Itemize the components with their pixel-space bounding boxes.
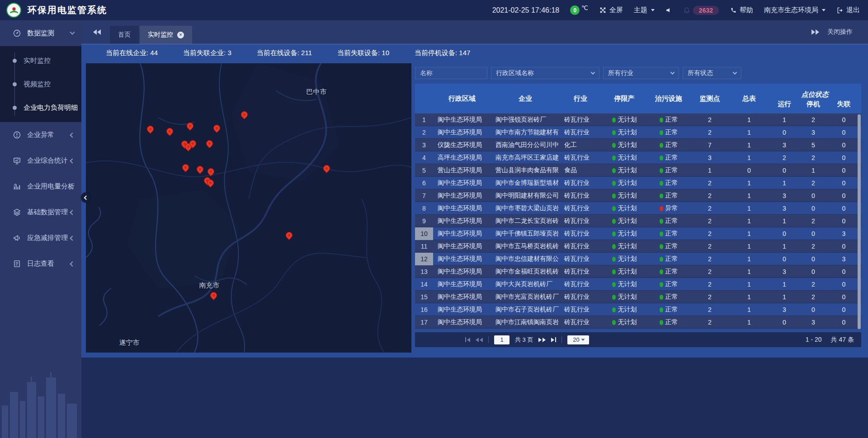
help-button[interactable]: 帮助 [730, 6, 753, 14]
sidebar-item-2[interactable]: 企业综合统计 [0, 148, 81, 174]
cell-index: 3 [415, 139, 433, 151]
record-total-label: 共 47 条 [831, 336, 854, 344]
cell-facility-status: 正常 [647, 230, 690, 238]
table-scrollbar[interactable] [858, 114, 861, 329]
tab-close-icon[interactable]: ✕ [177, 32, 184, 38]
phone-icon [730, 7, 737, 14]
table-row-15[interactable]: 15 阆中生态环境局 阆中市光富页岩机砖厂 砖瓦行业 无计划 正常 2 1 1 … [415, 291, 861, 303]
cell-run: 3 [769, 306, 800, 313]
table-row-14[interactable]: 14 阆中生态环境局 阆中大兴页岩机砖厂 砖瓦行业 无计划 正常 2 1 1 2… [415, 278, 861, 291]
sidebar-item-3[interactable]: 企业用电量分析 [0, 174, 81, 199]
table-row-1[interactable]: 1 阆中生态环境局 阆中强锐页岩砖厂 砖瓦行业 无计划 正常 2 1 1 2 0 [415, 113, 861, 126]
table-header: 行政区域 企业 行业 停限产 治污设施 监测点 总表 点位状态 运行 停机 失联 [415, 84, 861, 113]
cell-lost: 3 [826, 230, 861, 237]
region-select[interactable]: 行政区域名称 [491, 67, 599, 79]
tabs-scroll-left-button[interactable] [93, 29, 101, 35]
cell-index: 13 [415, 265, 433, 278]
mute-button[interactable] [665, 7, 672, 14]
page-number-input[interactable]: 1 [494, 335, 509, 344]
map-panel: 巴中市南充市遂宁市 [86, 63, 411, 353]
cell-index: 16 [415, 303, 433, 316]
sidebar-subitem-2[interactable]: 企业电力负荷明细 [0, 96, 81, 119]
prev-page-button[interactable] [476, 338, 483, 342]
cell-facility-status: 异常 [647, 204, 690, 212]
table-row-2[interactable]: 2 阆中生态环境局 阆中市南方节能建材有 砖瓦行业 无计划 正常 2 1 0 3… [415, 126, 861, 139]
fullscreen-button[interactable]: 全屏 [599, 6, 623, 14]
table-row-8[interactable]: 8 阆中生态环境局 阆中市枣碧大梁山页岩 砖瓦行业 无计划 异常 2 1 3 0… [415, 202, 861, 215]
status-dot-icon [660, 143, 663, 148]
tab-label: 首页 [118, 31, 131, 39]
industry-select[interactable]: 所有行业 [603, 67, 679, 79]
name-search-input[interactable]: 名称 [415, 67, 487, 79]
status-dot-icon [660, 269, 663, 274]
cell-industry: 砖瓦行业 [560, 217, 601, 225]
status-select[interactable]: 所有状态 [683, 67, 741, 79]
table-row-4[interactable]: 4 高坪生态环境局 南充市高坪区王家店建 砖瓦行业 无计划 正常 3 1 2 2… [415, 151, 861, 164]
table-row-13[interactable]: 13 阆中生态环境局 阆中市金福旺页岩机砖 砖瓦行业 无计划 正常 2 1 3 … [415, 265, 861, 278]
app-title: 环保用电监管系统 [28, 4, 107, 16]
cell-monitor: 2 [690, 268, 730, 275]
close-operations-button[interactable]: 关闭操作 [827, 28, 853, 36]
table-row-16[interactable]: 16 阆中生态环境局 阆中市石子页岩机砖厂 砖瓦行业 无计划 正常 2 1 3 … [415, 303, 861, 316]
status-dot-icon [612, 143, 616, 148]
cell-limit-status: 无计划 [601, 141, 647, 149]
tab-1[interactable]: 实时监控 ✕ [140, 26, 192, 44]
sidebar-item-4[interactable]: 基础数据管理 [0, 199, 81, 225]
status-dot-icon [660, 130, 663, 135]
cell-monitor: 2 [690, 179, 730, 187]
table-row-9[interactable]: 9 阆中生态环境局 阆中市二龙长宝页岩砖 砖瓦行业 无计划 正常 2 1 1 2… [415, 215, 861, 227]
table-row-7[interactable]: 7 阆中生态环境局 阆中明阳建材有限公司 砖瓦行业 无计划 正常 2 1 3 0… [415, 189, 861, 202]
table-row-12[interactable]: 12 阆中生态环境局 阆中市忠信建材有限公 砖瓦行业 无计划 正常 2 1 0 … [415, 253, 861, 265]
table-row-5[interactable]: 5 营山生态环境局 营山县润丰肉食品有限 食品 无计划 正常 1 0 0 1 0 [415, 164, 861, 177]
table-row-17[interactable]: 17 阆中生态环境局 阆中市江南镇阆南页岩 砖瓦行业 无计划 正常 2 1 0 … [415, 316, 861, 329]
tab-0[interactable]: 首页 [110, 26, 139, 44]
status-dot-icon [660, 155, 663, 160]
sidebar-item-0[interactable]: 数据监测 [0, 20, 81, 46]
stat-1: 当前失联企业: 3 [183, 49, 231, 57]
stat-3: 当前失联设备: 10 [337, 49, 389, 57]
table-row-10[interactable]: 10 阆中生态环境局 阆中千佛镇五郎垭页岩 砖瓦行业 无计划 正常 2 1 0 … [415, 227, 861, 240]
table-row-6[interactable]: 6 阆中生态环境局 阆中市金博瑞新型墙材 砖瓦行业 无计划 正常 2 1 1 2… [415, 177, 861, 189]
cell-region: 阆中生态环境局 [433, 179, 491, 187]
first-page-button[interactable] [465, 337, 470, 342]
notifications[interactable]: 2632 [683, 6, 719, 15]
status-dot-icon [612, 130, 616, 135]
logout-button[interactable]: 退出 [836, 6, 860, 14]
cell-stop: 1 [800, 167, 826, 174]
org-menu[interactable]: 南充市生态环境局 [764, 6, 826, 14]
cell-region: 阆中生态环境局 [433, 293, 491, 301]
sidebar-item-5[interactable]: 应急减排管理 [0, 225, 81, 251]
table-row-18[interactable]: 18 南部生态环境局 南部县页岩机砖厂 砖瓦行业 无计划 正常 2 1 0 3 … [415, 329, 861, 331]
cell-lost: 0 [826, 141, 861, 149]
sidebar-subitem-0[interactable]: 实时监控 [0, 49, 81, 72]
sidebar-item-6[interactable]: 日志查看 [0, 251, 81, 277]
sidebar-collapse-button[interactable] [81, 193, 90, 203]
last-page-button[interactable] [551, 337, 556, 342]
cell-industry: 砖瓦行业 [560, 204, 601, 212]
table-row-3[interactable]: 3 仪陇生态环境局 西南油气田分公司川中 化工 无计划 正常 7 1 3 5 0 [415, 139, 861, 151]
chevron-icon [70, 210, 75, 215]
pager-separator [561, 336, 562, 343]
cell-company: 阆中市江南镇阆南页岩 [491, 318, 560, 326]
sidebar-item-1[interactable]: 企业异常 [0, 122, 81, 148]
sidebar-subitem-1[interactable]: 视频监控 [0, 72, 81, 96]
page-size-select[interactable]: 20 [567, 335, 589, 344]
chevron-down-icon [822, 9, 826, 11]
table-row-11[interactable]: 11 阆中生态环境局 阆中市五马桥页岩机砖 砖瓦行业 无计划 正常 2 1 1 … [415, 240, 861, 253]
cell-industry: 化工 [560, 141, 601, 149]
next-page-button[interactable] [538, 338, 546, 342]
cell-index: 14 [415, 278, 433, 291]
status-dot-icon [612, 155, 616, 160]
cell-company: 营山县润丰肉食品有限 [491, 166, 560, 174]
cell-facility-status: 正常 [647, 217, 690, 225]
tabs-scroll-right-button[interactable] [811, 29, 819, 35]
cell-region: 阆中生态环境局 [433, 192, 491, 200]
chevron-icon [70, 261, 75, 266]
cell-company: 阆中明阳建材有限公司 [491, 192, 560, 200]
cell-meter: 1 [730, 243, 769, 250]
cell-index: 18 [415, 329, 433, 331]
theme-menu[interactable]: 主题 [634, 6, 655, 14]
cell-limit-status: 无计划 [601, 280, 647, 288]
filter-bar: 名称 行政区域名称 所有行业 所有状态 [415, 67, 861, 79]
cell-meter: 1 [730, 192, 769, 199]
